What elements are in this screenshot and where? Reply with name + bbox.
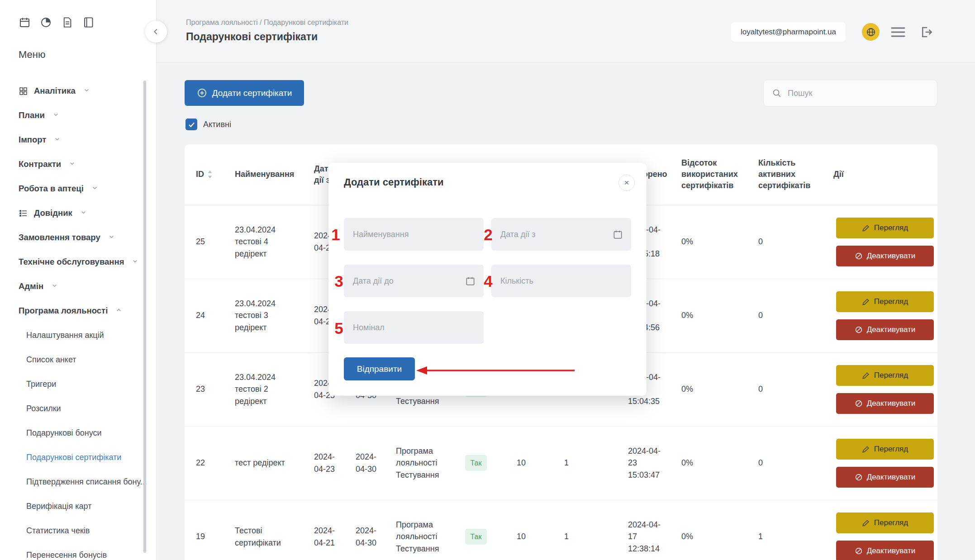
prohibit-icon [855,547,863,555]
cell-date-to: 2024-04-30 [344,500,385,560]
sidebar-scrollbar[interactable] [143,81,146,553]
column-header-actions: Дії [827,144,937,205]
search-input[interactable] [787,88,929,99]
cell-actions: Перегляд Деактивувати [827,352,937,426]
add-certificates-button[interactable]: Додати сертифікати [185,80,304,106]
cell-flag: Так [453,426,499,500]
logout-icon [920,25,933,39]
active-filter: Активні [185,119,231,130]
deactivate-button[interactable]: Деактивувати [836,541,934,560]
search-icon [772,88,782,98]
sidebar-item-label: Технічне обслуговування [19,257,124,267]
close-icon: × [624,178,629,188]
cell-name: 23.04.2024 тестові 2 редірект [225,352,302,426]
sidebar-subitem-gift-bonuses[interactable]: Подарункові бонуси [0,421,156,445]
sidebar-subitem-bonus-transfer[interactable]: Перенесення бонусів [0,543,156,560]
sort-icon[interactable] [208,171,212,178]
submit-button[interactable]: Відправити [344,357,415,380]
cell-created: 2024-04-17 12:38:14 [589,500,671,560]
sidebar-item-loyalty-program[interactable]: Програма лояльності [0,299,156,323]
annotation-number-4: 4 [484,272,492,290]
menu-toggle-button[interactable] [889,26,907,38]
sidebar-item-directory[interactable]: Довідник [0,201,156,225]
date-from-field [491,218,631,251]
sidebar-item-import[interactable]: Імпорт [0,128,156,152]
breadcrumb[interactable]: Програма лояльності / Подарункові сертиф… [186,19,348,27]
table-row: 22 тест редірект 2024-04-23 2024-04-30 П… [185,426,937,500]
document-icon[interactable] [61,16,73,28]
user-email[interactable]: loyaltytest@pharmapoint.ua [731,22,846,42]
sidebar-subitem-card-verification[interactable]: Верифікація карт [0,494,156,518]
cell-quantity: 1 [544,426,589,500]
sidebar-subitem-mailings[interactable]: Розсилки [0,396,156,421]
sidebar-subitem-receipt-statistics[interactable]: Статистика чеків [0,518,156,543]
chevron-down-icon [54,135,61,145]
sidebar-item-plans[interactable]: Плани [0,103,156,128]
column-header-id[interactable]: ID [185,144,225,205]
pencil-icon [862,445,870,453]
cell-id: 24 [185,279,225,352]
language-globe-button[interactable] [862,23,880,41]
sidebar-item-goods-order[interactable]: Замовлення товару [0,225,156,250]
chevron-down-icon [52,110,59,120]
chevron-up-icon [115,306,122,316]
view-button[interactable]: Перегляд [836,291,934,312]
prohibit-icon [855,326,863,334]
logout-button[interactable] [918,24,935,40]
chevron-down-icon [83,86,90,96]
view-button[interactable]: Перегляд [836,439,934,460]
sidebar-subitem-label: Налаштування акцій [26,331,104,340]
view-button-label: Перегляд [874,223,908,233]
view-button-label: Перегляд [874,518,908,527]
deactivate-button[interactable]: Деактивувати [836,246,934,266]
cell-active-count: 0 [755,205,827,279]
chevron-down-icon [80,208,87,218]
view-button[interactable]: Перегляд [836,218,934,238]
calendar-icon[interactable] [19,16,31,28]
column-header-active-count: Кількість активних сертифікатів [755,144,827,205]
chevron-left-icon [151,27,161,37]
deactivate-button[interactable]: Деактивувати [836,393,934,414]
view-button[interactable]: Перегляд [836,513,934,533]
date-to-input[interactable] [352,276,461,286]
quantity-input[interactable] [499,276,623,286]
chevron-down-icon [132,257,138,267]
date-from-input[interactable] [499,229,608,240]
deactivate-button[interactable]: Деактивувати [836,467,934,488]
cell-active-count: 0 [755,426,827,500]
sidebar-item-contracts[interactable]: Контракти [0,152,156,176]
name-input[interactable] [352,229,476,240]
sidebar-item-maintenance[interactable]: Технічне обслуговування [0,250,156,274]
view-button[interactable]: Перегляд [836,365,934,386]
pencil-icon [862,519,870,527]
sidebar-subitem-questionnaires[interactable]: Список анкет [0,347,156,372]
book-icon[interactable] [82,16,95,28]
modal-close-button[interactable]: × [618,175,635,191]
deactivate-button[interactable]: Деактивувати [836,319,934,340]
active-checkbox[interactable] [185,119,197,130]
cell-nominal: 10 [499,426,544,500]
sidebar-subitem-promo-settings[interactable]: Налаштування акцій [0,323,156,347]
calendar-icon[interactable] [465,276,476,286]
cell-active-count: 0 [755,352,827,426]
sidebar-item-analytics[interactable]: Аналітика [0,79,156,103]
nominal-input[interactable] [352,323,476,333]
sidebar-subitem-triggers[interactable]: Тригери [0,372,156,396]
cell-created: 2024-04-23 15:03:47 [589,426,671,500]
pie-chart-icon[interactable] [40,16,52,28]
cell-actions: Перегляд Деактивувати [827,500,937,560]
cell-actions: Перегляд Деактивувати [827,426,937,500]
cell-id: 25 [185,205,225,279]
calendar-icon[interactable] [613,229,623,240]
plus-circle-icon [197,88,207,98]
sidebar-subitem-bonus-writeoff-confirm[interactable]: Підтвердження списання бону... [0,470,156,494]
sidebar-item-pharmacy-work[interactable]: Робота в аптеці [0,176,156,201]
sidebar-collapse-button[interactable] [145,21,167,43]
sidebar-item-admin[interactable]: Адмін [0,274,156,299]
pencil-icon [862,224,870,232]
cell-name: Тестові сертифікати [225,500,302,560]
search-box [763,80,937,107]
add-button-label: Додати сертифікати [212,88,292,98]
sidebar-subitem-gift-certificates[interactable]: Подарункові сертифікати [0,445,156,470]
sidebar-subitem-label: Подарункові бонуси [26,428,102,438]
